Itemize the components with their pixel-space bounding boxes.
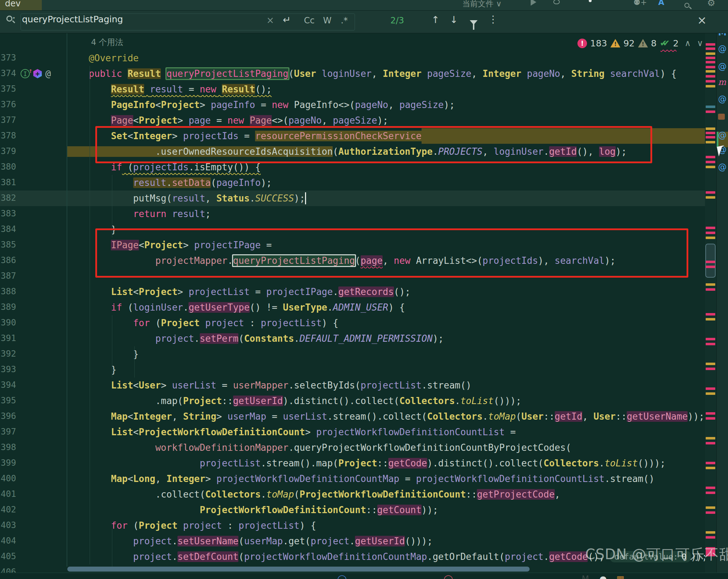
stripe-mark[interactable] — [706, 338, 715, 340]
gutter[interactable]: 382 — [0, 191, 67, 206]
gutter[interactable]: 386 — [0, 253, 67, 268]
stripe-mark[interactable] — [706, 266, 715, 268]
global-search-icon[interactable] — [684, 1, 689, 10]
line-number[interactable]: 391 — [1, 333, 16, 343]
line-number[interactable]: 396 — [1, 411, 16, 421]
gutter[interactable]: 378 — [0, 128, 67, 144]
stripe-mark[interactable] — [706, 136, 715, 138]
code-line[interactable]: 403 for (Project project : projectList) … — [0, 518, 705, 533]
gutter[interactable]: 383 — [0, 206, 67, 222]
stripe-mark[interactable] — [706, 363, 715, 365]
line-number[interactable]: 381 — [1, 177, 16, 187]
line-number[interactable]: 384 — [1, 224, 16, 234]
stripe-mark[interactable] — [706, 261, 715, 263]
stripe-mark[interactable] — [706, 506, 715, 509]
line-number[interactable]: 392 — [1, 349, 16, 359]
gutter[interactable]: 395 — [0, 393, 67, 409]
gutter[interactable]: 391 — [0, 331, 67, 346]
line-number[interactable]: 376 — [1, 100, 16, 109]
next-problem-icon[interactable]: ∨ — [697, 38, 703, 48]
code-line[interactable]: 374I↑+@ public Result queryProjectListPa… — [0, 66, 705, 81]
stripe-mark[interactable] — [706, 392, 715, 395]
code-line[interactable]: 399 projectList.stream().map(Project::ge… — [0, 455, 705, 471]
bean-icon[interactable]: + — [33, 69, 42, 78]
inspections-widget[interactable]: ! 183 ! 92 ! 8 ✔✔~~~ 2 ∧ ∨ — [577, 37, 703, 50]
stripe-mark[interactable] — [706, 57, 715, 59]
stripe-mark[interactable] — [706, 161, 715, 163]
gutter[interactable]: 399 — [0, 455, 67, 471]
gutter[interactable]: 400 — [0, 471, 67, 487]
stripe-mark[interactable] — [706, 141, 715, 143]
filter-icon[interactable] — [470, 17, 478, 27]
line-number[interactable]: 377 — [1, 115, 16, 125]
line-number[interactable]: 385 — [1, 240, 16, 250]
stripe-mark[interactable] — [706, 531, 715, 534]
stripe-mark[interactable] — [706, 66, 715, 68]
line-number[interactable]: 402 — [1, 505, 16, 515]
line-number[interactable]: 374 — [1, 68, 16, 78]
line-number[interactable]: 405 — [1, 551, 16, 561]
stripe-mark[interactable] — [706, 75, 715, 78]
stripe-mark[interactable] — [706, 85, 715, 87]
line-number[interactable]: 403 — [1, 520, 16, 530]
code-line[interactable]: 394 List<User> userList = userMapper.sel… — [0, 378, 705, 393]
gutter[interactable]: 397 — [0, 424, 67, 440]
stripe-mark[interactable] — [706, 191, 715, 194]
translate-icon[interactable]: A — [658, 0, 664, 7]
gutter[interactable]: 396 — [0, 409, 67, 424]
gutter[interactable]: 389 — [0, 300, 67, 315]
stripe-mark[interactable] — [706, 442, 715, 444]
line-number[interactable]: 383 — [1, 209, 16, 218]
line-number[interactable]: 400 — [1, 473, 16, 483]
stripe-mark[interactable] — [706, 412, 715, 415]
code-line[interactable]: 389 if (loginUser.getUserType() != UserT… — [0, 300, 705, 315]
error-stripe[interactable] — [705, 33, 716, 579]
horizontal-scrollbar[interactable] — [67, 567, 530, 572]
line-number[interactable]: 399 — [1, 458, 16, 468]
stripe-mark[interactable] — [706, 536, 715, 539]
stripe-mark[interactable] — [706, 80, 715, 83]
gutter[interactable]: 392 — [0, 346, 67, 362]
stripe-mark[interactable] — [706, 52, 715, 55]
line-number[interactable]: 382 — [1, 193, 16, 203]
gutter[interactable]: 405 — [0, 549, 67, 564]
stripe-mark[interactable] — [706, 343, 715, 345]
gutter[interactable]: 377 — [0, 113, 67, 128]
stripe-mark[interactable] — [706, 492, 715, 494]
stripe-mark[interactable] — [706, 288, 715, 291]
gutter[interactable]: 387 — [0, 268, 67, 284]
gutter[interactable]: 393 — [0, 362, 67, 378]
regex-toggle[interactable]: .* — [341, 16, 348, 25]
gutter[interactable]: 376 — [0, 97, 67, 113]
gutter[interactable]: 385 — [0, 237, 67, 253]
line-number[interactable]: 404 — [1, 536, 16, 546]
run-icon[interactable] — [531, 0, 536, 6]
gutter[interactable]: 390 — [0, 315, 67, 331]
gutter[interactable]: 398 — [0, 440, 67, 455]
newline-icon[interactable]: ↵ — [283, 14, 291, 25]
add-user-icon[interactable]: ⚉+ — [633, 0, 647, 7]
gutter[interactable]: 401 — [0, 487, 67, 502]
line-number[interactable]: 394 — [1, 380, 16, 390]
stripe-mark[interactable] — [706, 106, 715, 108]
stripe-mark[interactable] — [706, 61, 715, 63]
stripe-mark[interactable] — [706, 511, 715, 514]
code-line[interactable]: 400 Map<Long, Integer> projectWorkflowDe… — [0, 471, 705, 487]
previous-problem-icon[interactable]: ∧ — [685, 38, 691, 48]
stripe-mark[interactable] — [706, 47, 715, 50]
code-line[interactable]: 388 List<Project> projectList = projectI… — [0, 284, 705, 300]
line-number[interactable]: 397 — [1, 427, 16, 437]
next-match-button[interactable]: ↓ — [450, 14, 458, 25]
line-number[interactable]: 401 — [1, 489, 16, 499]
code-line[interactable]: 402 ProjectWorkflowDefinitionCount::getC… — [0, 502, 705, 518]
close-search-icon[interactable]: × — [697, 13, 707, 27]
gutter[interactable]: 379 — [0, 144, 67, 159]
stripe-mark[interactable] — [706, 232, 715, 234]
stripe-mark[interactable] — [706, 110, 715, 113]
stripe-mark[interactable] — [706, 318, 715, 320]
gutter[interactable]: 375 — [0, 81, 67, 97]
code-line[interactable]: 381 result.setData(pageInfo); — [0, 175, 705, 191]
code-line[interactable]: 397 List<ProjectWorkflowDefinitionCount>… — [0, 424, 705, 440]
gutter[interactable]: 388 — [0, 284, 67, 300]
line-number[interactable]: 386 — [1, 255, 16, 265]
